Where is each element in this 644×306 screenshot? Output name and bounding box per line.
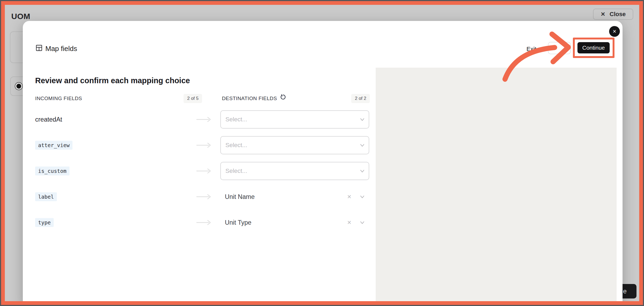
- remove-mapping-icon[interactable]: ✕: [347, 194, 352, 200]
- preview-panel: [376, 68, 617, 301]
- continue-button-label: Continue: [582, 45, 605, 51]
- close-button-label: Close: [610, 11, 626, 18]
- mapping-row: is_custom Select...: [23, 162, 374, 180]
- incoming-field-label: type: [35, 218, 54, 227]
- chevron-down-icon[interactable]: [359, 142, 365, 148]
- modal-close-x-icon: ✕: [613, 29, 616, 34]
- page-title: UOM: [11, 12, 30, 21]
- partial-button-text: e: [623, 287, 627, 295]
- destination-count-badge: 2 of 2: [351, 94, 370, 103]
- annotation-frame: UOM ✕ Close e ✕ Map fields Exit Continue…: [1, 1, 643, 305]
- mapped-destination: Unit Type ✕: [220, 213, 369, 232]
- mapping-row: type Unit Type ✕: [23, 213, 374, 232]
- incoming-field-label: createdAt: [35, 116, 62, 123]
- chevron-down-icon[interactable]: [359, 219, 365, 226]
- incoming-fields-header: INCOMING FIELDS: [35, 96, 82, 101]
- secondary-button-obscured[interactable]: [548, 42, 571, 54]
- destination-fields-header: DESTINATION FIELDS: [222, 96, 277, 101]
- destination-cell: Select...: [220, 162, 369, 180]
- destination-cell: Select...: [220, 136, 369, 154]
- chevron-down-icon[interactable]: [359, 116, 365, 123]
- chevron-down-icon[interactable]: [359, 194, 365, 200]
- select-placeholder: Select...: [225, 167, 247, 174]
- radio-dot: [16, 84, 21, 89]
- mapping-row: createdAt Select...: [23, 110, 374, 129]
- maps-to-arrow-icon: [196, 142, 212, 149]
- close-x-icon: ✕: [601, 11, 605, 17]
- screen: UOM ✕ Close e ✕ Map fields Exit Continue…: [5, 5, 639, 301]
- modal-title: Map fields: [45, 45, 77, 53]
- destination-select[interactable]: Select...: [220, 136, 369, 154]
- incoming-field-label: label: [35, 192, 57, 201]
- select-placeholder: Select...: [225, 116, 247, 123]
- maps-to-arrow-icon: [196, 219, 212, 226]
- maps-to-arrow-icon: [196, 116, 212, 123]
- destination-cell: Unit Name ✕: [220, 188, 369, 206]
- page-close-button[interactable]: ✕ Close: [593, 9, 633, 20]
- mapping-row: atter_view Select...: [23, 136, 374, 155]
- mapped-field-name: Unit Name: [225, 193, 255, 201]
- modal-close-button[interactable]: ✕: [609, 26, 620, 37]
- mapping-row: label Unit Name ✕: [23, 187, 374, 206]
- incoming-field-label: atter_view: [35, 141, 72, 150]
- mapping-subtitle: Review and confirm each mapping choice: [35, 76, 190, 85]
- exit-button[interactable]: Exit: [526, 46, 536, 53]
- destination-cell: Select...: [220, 110, 369, 129]
- destination-cell: Unit Type ✕: [220, 213, 369, 232]
- select-placeholder: Select...: [225, 142, 247, 149]
- remove-mapping-icon[interactable]: ✕: [347, 219, 352, 226]
- destination-select[interactable]: Select...: [220, 110, 369, 129]
- mapped-field-name: Unit Type: [225, 219, 251, 226]
- maps-to-arrow-icon: [196, 193, 212, 200]
- incoming-field-label: is_custom: [35, 167, 69, 176]
- map-fields-modal: ✕ Map fields Exit Continue Review and co…: [23, 21, 623, 301]
- mapped-destination: Unit Name ✕: [220, 188, 369, 206]
- chevron-down-icon[interactable]: [359, 168, 365, 174]
- reset-mapping-icon[interactable]: [280, 94, 286, 100]
- continue-button[interactable]: Continue: [577, 42, 610, 53]
- table-icon: [35, 44, 43, 52]
- incoming-count-badge: 2 of 5: [184, 94, 202, 103]
- maps-to-arrow-icon: [196, 167, 212, 174]
- radio-button-selected[interactable]: [15, 82, 23, 90]
- destination-select[interactable]: Select...: [220, 162, 369, 180]
